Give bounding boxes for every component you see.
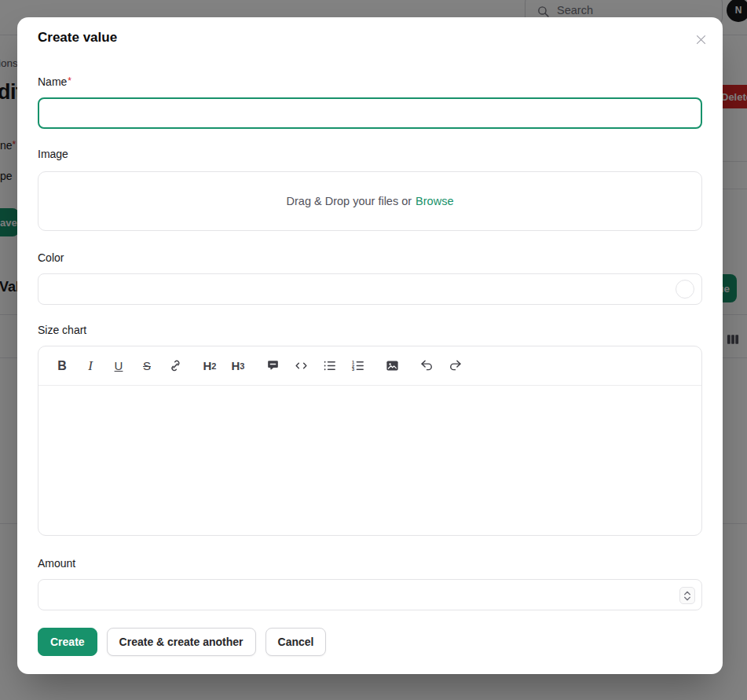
bold-icon[interactable]: B: [51, 355, 73, 377]
heading-3-icon[interactable]: H3: [227, 355, 249, 377]
color-input[interactable]: [38, 274, 667, 304]
color-label: Color: [38, 251, 64, 264]
rich-text-editor: B I U S H2 H3: [38, 346, 702, 536]
code-block-icon[interactable]: [290, 355, 312, 377]
color-swatch[interactable]: [676, 280, 694, 299]
stepper-up-icon: [683, 591, 691, 596]
size-chart-label: Size chart: [38, 324, 86, 336]
browse-link[interactable]: Browse: [416, 195, 453, 207]
attach-image-icon[interactable]: [381, 355, 403, 377]
ordered-list-icon[interactable]: 123: [346, 355, 368, 377]
image-label: Image: [38, 148, 68, 160]
create-and-create-another-button[interactable]: Create & create another: [107, 628, 256, 656]
number-stepper[interactable]: [679, 587, 695, 604]
redo-icon[interactable]: [444, 355, 466, 377]
modal-actions: Create Create & create another Cancel: [38, 628, 326, 656]
bullet-list-icon[interactable]: [318, 355, 340, 377]
svg-text:3: 3: [351, 367, 353, 372]
name-label: Name*: [38, 75, 71, 88]
editor-content[interactable]: [38, 386, 701, 535]
create-button[interactable]: Create: [38, 628, 97, 656]
stepper-down-icon: [683, 596, 691, 601]
amount-input[interactable]: [38, 580, 667, 610]
link-icon[interactable]: [164, 355, 186, 377]
blockquote-icon[interactable]: [262, 355, 284, 377]
modal-title: Create value: [38, 30, 117, 46]
name-input[interactable]: [38, 97, 702, 129]
close-icon[interactable]: [688, 27, 713, 52]
dropzone-text: Drag & Drop your files or: [287, 195, 412, 207]
create-value-modal: Create value Name* Image Drag & Drop you…: [17, 17, 723, 674]
amount-field: [38, 579, 702, 610]
heading-2-icon[interactable]: H2: [199, 355, 221, 377]
screen: N ions dit ne* pe ave ch Delete Valu ue …: [0, 0, 747, 700]
color-field: [38, 273, 702, 305]
editor-toolbar: B I U S H2 H3: [38, 346, 701, 386]
underline-icon[interactable]: U: [108, 355, 130, 377]
required-marker: *: [68, 75, 71, 86]
strikethrough-icon[interactable]: S: [136, 355, 158, 377]
amount-label: Amount: [38, 557, 75, 570]
cancel-button[interactable]: Cancel: [265, 628, 327, 656]
undo-icon[interactable]: [416, 355, 438, 377]
image-dropzone[interactable]: Drag & Drop your files or Browse: [38, 171, 702, 231]
italic-icon[interactable]: I: [79, 355, 101, 377]
